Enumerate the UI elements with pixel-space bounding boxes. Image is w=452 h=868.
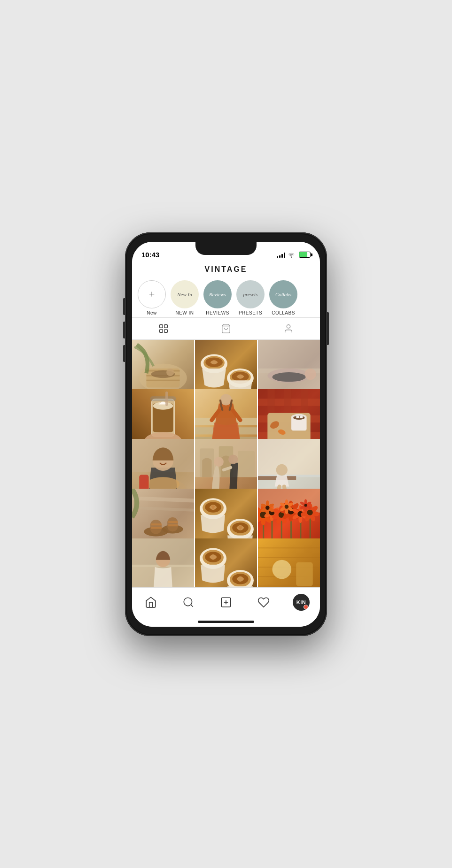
story-item-new[interactable]: + New: [138, 280, 166, 315]
phone-screen: 10:43: [132, 242, 320, 627]
tab-bar: [132, 317, 320, 340]
svg-line-78: [132, 498, 194, 500]
story-circle-reviews[interactable]: Reviews: [203, 280, 232, 308]
story-item-new-in[interactable]: New In NEW IN: [171, 280, 199, 315]
notch: [195, 242, 257, 255]
story-circle-collabs[interactable]: Collabs: [269, 280, 297, 308]
wifi-icon: [288, 252, 295, 258]
shop-icon: [221, 323, 231, 334]
nav-likes[interactable]: [253, 592, 274, 613]
story-label-presets: PRESETS: [239, 310, 262, 315]
phone-frame: 10:43: [125, 232, 327, 636]
nav-add-post[interactable]: [216, 592, 236, 613]
svg-rect-34: [165, 392, 168, 406]
grid-icon: [158, 323, 169, 334]
tab-tagged[interactable]: [279, 322, 298, 336]
svg-rect-73: [258, 439, 320, 477]
nav-search[interactable]: [178, 592, 199, 613]
svg-point-39: [220, 394, 232, 405]
svg-rect-55: [300, 416, 303, 418]
plus-icon: +: [148, 288, 156, 300]
story-item-reviews[interactable]: Reviews REVIEWS: [203, 280, 232, 315]
svg-point-185: [272, 560, 291, 579]
search-icon: [182, 596, 195, 608]
signal-icon: [277, 252, 285, 258]
story-text-reviews: Reviews: [209, 292, 226, 297]
avatar-text: KIN: [296, 599, 306, 605]
story-text-new-in: New In: [177, 292, 192, 297]
add-post-icon: [220, 596, 232, 608]
story-label-reviews: REVIEWS: [206, 310, 229, 315]
svg-rect-54: [296, 416, 299, 418]
svg-rect-81: [150, 520, 162, 534]
story-item-presets[interactable]: presets PRESETS: [236, 280, 265, 315]
home-bar: [198, 621, 254, 623]
svg-point-153: [265, 506, 270, 510]
tagged-icon: [283, 323, 294, 334]
story-label-new-in: NEW IN: [175, 310, 194, 315]
svg-rect-2: [159, 329, 162, 332]
status-icons: [277, 252, 311, 258]
svg-rect-68: [238, 451, 255, 477]
nav-home[interactable]: [140, 592, 161, 613]
svg-point-13: [166, 368, 174, 376]
svg-point-76: [276, 464, 288, 476]
story-label-collabs: COLLABS: [272, 310, 295, 315]
app-header: VINTAGE: [132, 262, 320, 277]
svg-point-187: [184, 598, 192, 606]
tab-grid[interactable]: [154, 322, 173, 336]
app-content: VINTAGE + New New In NEW IN: [132, 262, 320, 627]
story-circle-new[interactable]: +: [138, 280, 166, 308]
heart-icon: [257, 596, 270, 608]
stories-row: + New New In NEW IN Reviews REVIEWS: [132, 277, 320, 317]
svg-point-146: [307, 510, 313, 515]
svg-point-160: [285, 505, 289, 509]
grid-cell-14[interactable]: [195, 538, 257, 587]
story-text-presets: presets: [243, 292, 258, 297]
home-icon: [145, 596, 157, 608]
svg-rect-1: [164, 324, 167, 327]
story-text-collabs: Collabs: [275, 292, 291, 297]
story-item-collabs[interactable]: Collabs COLLABS: [269, 280, 297, 315]
svg-rect-0: [159, 324, 162, 327]
story-label-new: New: [147, 310, 157, 315]
svg-point-167: [304, 504, 307, 507]
svg-rect-186: [296, 562, 313, 586]
svg-point-5: [287, 324, 290, 328]
svg-point-26: [272, 372, 305, 382]
grid-cell-15[interactable]: [258, 538, 320, 587]
status-time: 10:43: [141, 251, 159, 259]
app-title: VINTAGE: [205, 265, 248, 273]
svg-point-25: [305, 368, 316, 379]
story-circle-presets[interactable]: presets: [236, 280, 265, 308]
svg-point-69: [214, 457, 224, 467]
story-circle-new-in[interactable]: New In: [171, 280, 199, 308]
svg-line-188: [191, 605, 193, 607]
avatar[interactable]: KIN: [293, 594, 310, 611]
home-indicator: [132, 617, 320, 627]
svg-point-70: [228, 455, 238, 464]
nav-profile[interactable]: KIN: [291, 592, 312, 613]
svg-rect-22: [258, 340, 320, 373]
battery-icon: [299, 252, 311, 258]
tab-shop[interactable]: [217, 322, 235, 336]
svg-rect-33: [150, 397, 176, 401]
svg-rect-83: [167, 517, 178, 531]
svg-rect-3: [164, 329, 167, 332]
bottom-nav: KIN: [132, 587, 320, 617]
grid-cell-13[interactable]: [132, 538, 194, 587]
photo-grid: [132, 340, 320, 587]
